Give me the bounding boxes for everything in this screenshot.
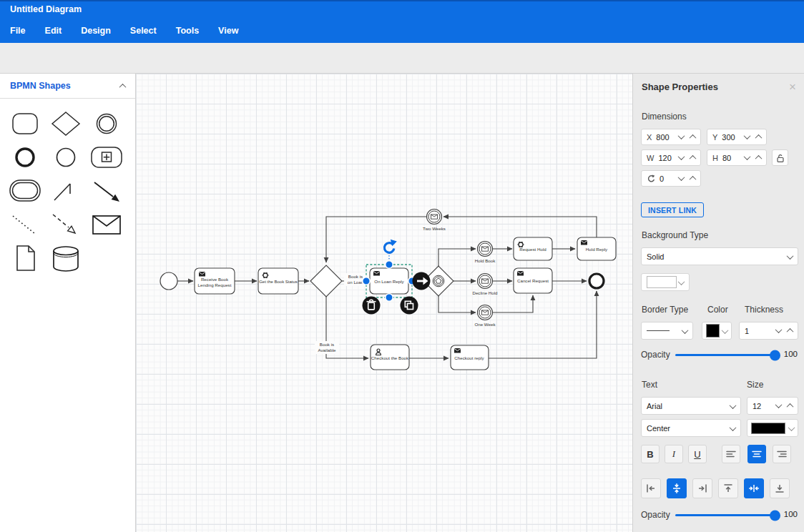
node-checkout-the-book[interactable]: Checkout the Book xyxy=(371,345,409,370)
decrement-icon[interactable] xyxy=(678,174,685,181)
text-color-select[interactable] xyxy=(747,419,798,437)
edge-reply-end[interactable] xyxy=(489,291,597,358)
increment-icon[interactable] xyxy=(787,403,794,410)
width-field[interactable]: W120 xyxy=(641,149,701,166)
palette-shape-transaction[interactable] xyxy=(6,175,44,207)
aspect-lock-button[interactable] xyxy=(772,149,788,166)
palette-shape-dashed-open-arrow[interactable] xyxy=(46,209,85,240)
height-field[interactable]: H80 xyxy=(707,149,767,166)
menu-edit[interactable]: Edit xyxy=(45,26,62,36)
palette-shape-rounded-task[interactable] xyxy=(6,108,44,139)
palette-shape-message[interactable] xyxy=(87,209,126,240)
bold-button[interactable]: B xyxy=(641,445,660,463)
thickness-field[interactable]: 1 xyxy=(739,322,798,340)
opacity-slider[interactable] xyxy=(675,354,778,356)
node-checkout-reply[interactable]: Checkout reply xyxy=(451,345,489,370)
align-shape-top-button[interactable] xyxy=(718,478,738,498)
palette-shape-gateway[interactable] xyxy=(46,108,85,139)
slider-knob[interactable] xyxy=(770,510,780,521)
center-horizontal-button[interactable] xyxy=(744,478,764,498)
svg-text:Decline Hold: Decline Hold xyxy=(472,290,498,295)
x-field[interactable]: X800 xyxy=(641,129,701,145)
text-opacity-slider[interactable] xyxy=(675,514,778,516)
edge-eventgateway-oneweek[interactable] xyxy=(438,296,476,312)
decrement-icon[interactable] xyxy=(678,153,685,160)
decrement-icon[interactable] xyxy=(775,326,783,333)
menu-tools[interactable]: Tools xyxy=(176,26,199,36)
insert-link-button[interactable]: INSERT LINK xyxy=(641,202,704,217)
edge-twoweeks-gateway[interactable] xyxy=(326,217,426,262)
align-right-button[interactable] xyxy=(773,445,791,463)
handle-bottom[interactable] xyxy=(386,294,393,302)
menu-select[interactable]: Select xyxy=(130,26,157,36)
palette-shape-data-store[interactable] xyxy=(46,242,85,274)
node-hold-book-event[interactable]: Hold Book xyxy=(475,242,496,264)
font-size-field[interactable]: 12 xyxy=(747,397,798,415)
node-gateway-book-status[interactable] xyxy=(310,265,342,297)
decrement-icon[interactable] xyxy=(775,401,783,408)
handle-left[interactable] xyxy=(363,277,371,285)
fill-color-select[interactable] xyxy=(641,273,690,291)
diagram-canvas[interactable]: Book is on Loan Book is Available Receiv… xyxy=(136,74,632,532)
italic-button[interactable]: I xyxy=(665,445,683,463)
decrement-icon[interactable] xyxy=(744,153,751,160)
menu-view[interactable]: View xyxy=(218,26,238,36)
palette-shape-start-event[interactable] xyxy=(46,142,85,173)
rotation-field[interactable]: 0 xyxy=(641,170,701,187)
align-left-button[interactable] xyxy=(722,445,740,463)
underline-button[interactable]: U xyxy=(688,445,707,463)
font-family-select[interactable]: Arial xyxy=(641,397,741,415)
text-align-select[interactable]: Center xyxy=(641,419,741,437)
increment-icon[interactable] xyxy=(755,155,763,162)
palette-shape-subprocess[interactable] xyxy=(87,142,126,173)
center-vertical-button[interactable] xyxy=(667,478,687,498)
node-two-weeks-event[interactable]: Two Weeks xyxy=(423,210,446,232)
context-copy-button[interactable] xyxy=(401,297,418,315)
slider-knob[interactable] xyxy=(770,350,780,360)
menu-design[interactable]: Design xyxy=(81,26,111,36)
palette-shape-elbow-connector[interactable] xyxy=(46,175,85,207)
palette-shape-dotted-line[interactable] xyxy=(6,209,44,240)
menu-file[interactable]: File xyxy=(10,26,26,36)
increment-icon[interactable] xyxy=(787,328,794,335)
align-center-button[interactable] xyxy=(747,445,766,463)
node-receive-book-lending-request[interactable]: Receive Book Lending Request xyxy=(195,268,235,294)
node-on-loan-reply[interactable]: On Loan Reply xyxy=(370,268,408,294)
decrement-icon[interactable] xyxy=(678,132,685,139)
context-arrow-button[interactable] xyxy=(413,272,431,290)
palette-shape-intermediate-event[interactable] xyxy=(87,108,126,139)
palette-shape-end-event[interactable] xyxy=(6,142,44,173)
align-shape-right-button[interactable] xyxy=(692,478,712,498)
align-shape-left-button[interactable] xyxy=(641,478,661,498)
solid-arrow-icon xyxy=(87,175,126,207)
increment-icon[interactable] xyxy=(690,155,697,162)
node-get-the-book-status[interactable]: Get the Book Status xyxy=(258,268,298,294)
node-end-event[interactable] xyxy=(589,274,604,288)
increment-icon[interactable] xyxy=(690,176,697,183)
context-delete-button[interactable] xyxy=(363,297,381,315)
node-request-hold[interactable]: Request Hold xyxy=(514,237,552,260)
edge-oneweek-cancel[interactable] xyxy=(493,295,533,312)
y-field[interactable]: Y300 xyxy=(707,129,767,145)
node-hold-reply[interactable]: Hold Reply xyxy=(577,237,616,260)
node-decline-hold-event[interactable]: Decline Hold xyxy=(472,274,498,296)
solid-line-icon xyxy=(647,330,670,331)
node-start-event[interactable] xyxy=(160,272,177,290)
border-color-select[interactable] xyxy=(702,322,732,340)
palette-shape-solid-arrow[interactable] xyxy=(87,175,126,207)
palette-shape-document[interactable] xyxy=(6,242,44,274)
node-one-week-event[interactable]: One Week xyxy=(474,305,496,327)
edge-eventgateway-holdbook[interactable] xyxy=(438,249,476,266)
increment-icon[interactable] xyxy=(755,134,763,142)
border-style-select[interactable] xyxy=(641,322,693,340)
background-type-select[interactable]: Solid xyxy=(641,247,798,265)
node-cancel-request[interactable]: Cancel Request xyxy=(514,268,552,293)
close-icon[interactable]: × xyxy=(789,82,796,92)
align-shape-bottom-button[interactable] xyxy=(770,478,790,498)
increment-icon[interactable] xyxy=(690,134,697,142)
palette-header[interactable]: BPMN Shapes xyxy=(0,74,135,99)
edge-holdreply-twoweeks[interactable] xyxy=(443,217,597,237)
decrement-icon[interactable] xyxy=(744,132,751,139)
handle-top[interactable] xyxy=(386,261,393,269)
rotate-handle[interactable] xyxy=(384,240,396,252)
